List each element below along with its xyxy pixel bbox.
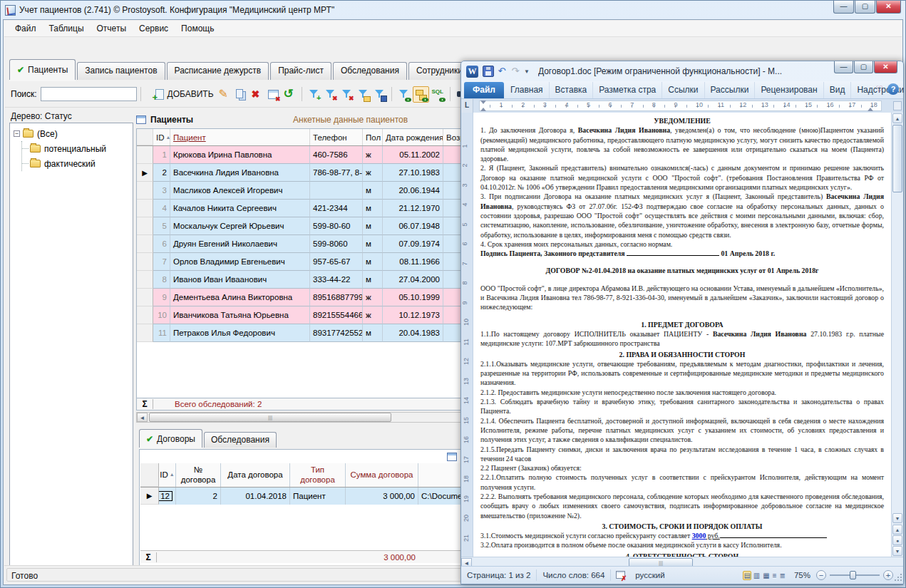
subtab-1[interactable]: Обследования — [204, 432, 277, 448]
contracts-column-header-1[interactable]: № договора — [176, 463, 221, 487]
scroll-left-icon[interactable]: ◄ — [137, 413, 148, 422]
filter-view-icon[interactable] — [396, 87, 411, 102]
row-selector[interactable] — [137, 217, 153, 235]
delete-row-icon[interactable] — [266, 87, 281, 102]
previous-page-icon[interactable]: ▲ — [892, 525, 902, 535]
ribbon-tab-3[interactable]: Разметка стра — [593, 82, 662, 98]
next-page-icon[interactable]: ▼ — [892, 546, 902, 556]
row-selector[interactable] — [137, 271, 153, 289]
vertical-scrollbar[interactable]: ▲ ▼ ▲ ● ▼ — [891, 113, 903, 557]
tab-1[interactable]: Запись пациентов — [77, 62, 165, 80]
first-line-indent-marker[interactable] — [480, 100, 486, 104]
quick-access-dropdown-icon[interactable]: ▼ — [524, 68, 530, 75]
filter-save-icon[interactable] — [372, 87, 387, 102]
tab-3[interactable]: Прайс-лист — [270, 62, 331, 80]
resize-grip[interactable] — [893, 574, 902, 582]
ribbon-tab-7[interactable]: Вид — [824, 82, 852, 98]
scroll-thumb[interactable] — [892, 125, 902, 192]
column-header-4[interactable]: Дата рождения — [383, 129, 443, 145]
copy-icon[interactable] — [233, 87, 248, 102]
outline-view-icon[interactable]: ≡ — [772, 571, 778, 580]
contracts-column-header-2[interactable]: Дата договора — [221, 463, 290, 487]
tree-expander-icon[interactable]: − — [14, 130, 20, 137]
tab-0[interactable]: ✔Пациенты — [9, 59, 76, 80]
scroll-up-icon[interactable]: ▲ — [892, 113, 902, 123]
filter-clear-icon[interactable] — [323, 87, 338, 102]
select-browse-object-icon[interactable]: ● — [892, 535, 902, 545]
delete-icon[interactable] — [249, 87, 264, 102]
ruler-toggle-button[interactable] — [893, 101, 902, 110]
web-layout-icon[interactable]: ▦ — [762, 571, 770, 580]
row-selector[interactable] — [137, 306, 153, 324]
sql-view-icon[interactable] — [431, 87, 446, 102]
row-selector[interactable]: ▶ — [137, 164, 153, 182]
filter-folder-icon[interactable] — [356, 87, 371, 102]
tab-4[interactable]: Обследования — [333, 62, 407, 80]
zoom-level[interactable]: 75% — [794, 571, 810, 579]
filter-add-icon[interactable] — [307, 87, 321, 102]
heart-icon[interactable]: ♡ — [875, 84, 883, 94]
maximize-button[interactable]: ▢ — [854, 61, 873, 73]
minimize-button[interactable]: — — [834, 61, 853, 73]
add-button[interactable]: ДОБАВИТЬ — [151, 87, 215, 102]
subtab-0[interactable]: ✔Договоры — [139, 429, 202, 448]
ribbon-tab-1[interactable]: Главная — [505, 82, 550, 98]
row-selector[interactable] — [137, 182, 153, 200]
save-icon[interactable] — [483, 66, 494, 77]
menu-item-1[interactable]: Таблицы — [43, 21, 91, 36]
language-indicator[interactable]: русский — [629, 571, 670, 579]
row-selector[interactable] — [137, 146, 153, 164]
menu-item-0[interactable]: Файл — [9, 21, 43, 36]
zoom-out-icon[interactable]: − — [816, 570, 826, 580]
ribbon-tab-5[interactable]: Рассылки — [705, 82, 756, 98]
page-indicator[interactable]: Страница: 1 из 2 — [461, 571, 536, 579]
column-header-1[interactable]: Пациент — [170, 129, 310, 145]
filter-clear-all-icon[interactable] — [339, 87, 354, 102]
ribbon-tab-0[interactable]: Файл — [464, 82, 504, 98]
ribbon-tab-4[interactable]: Ссылки — [662, 82, 704, 98]
row-selector[interactable] — [137, 253, 153, 271]
zoom-in-icon[interactable]: + — [883, 570, 893, 580]
tree-item-actual[interactable]: фактический — [22, 156, 131, 171]
refresh-icon[interactable] — [282, 87, 297, 102]
row-selector[interactable] — [137, 200, 153, 217]
menu-item-2[interactable]: Отчеты — [91, 21, 133, 36]
ribbon-tab-6[interactable]: Рецензирован — [755, 82, 823, 98]
help-icon[interactable]: ? — [887, 83, 899, 95]
menu-item-3[interactable]: Сервис — [133, 21, 175, 36]
tab-stop-selector[interactable]: L — [461, 99, 473, 113]
print-layout-icon[interactable]: ▤ — [743, 571, 751, 580]
zoom-slider-thumb[interactable] — [850, 571, 856, 579]
tree-item-potential[interactable]: потенциальный — [22, 141, 131, 156]
contracts-column-header-3[interactable]: Тип договора — [290, 463, 346, 487]
reading-view-icon[interactable]: ▥ — [753, 571, 761, 580]
contracts-column-header-4[interactable]: Сумма договора — [346, 463, 418, 487]
spellcheck-icon[interactable] — [615, 570, 625, 580]
hanging-indent-marker[interactable] — [480, 108, 486, 111]
contracts-column-header-0[interactable]: ID▲ — [159, 463, 176, 487]
column-header-2[interactable]: Телефон — [310, 129, 363, 145]
zoom-slider[interactable] — [830, 574, 880, 576]
tab-2[interactable]: Расписание дежурств — [167, 62, 269, 80]
undo-icon[interactable]: ↶ — [496, 66, 508, 77]
word-count[interactable]: Число слов: 664 — [537, 571, 610, 579]
tree-item-all[interactable]: − (Все) — [11, 126, 131, 141]
table-icon[interactable] — [447, 453, 457, 461]
document-page[interactable]: УВЕДОМЛЕНИЕ1. До заключения Договора я, … — [473, 113, 891, 557]
column-header-3[interactable]: Пол — [363, 129, 383, 145]
close-button[interactable]: ✕ — [874, 61, 897, 73]
edit-icon[interactable] — [217, 87, 232, 102]
minimize-button[interactable]: — — [833, 1, 854, 14]
search-input[interactable] — [41, 87, 137, 101]
row-selector[interactable] — [137, 235, 153, 253]
row-selector[interactable] — [137, 324, 153, 342]
row-selector[interactable] — [137, 289, 153, 306]
redo-icon[interactable]: ↷ — [510, 66, 521, 77]
maximize-button[interactable]: ▢ — [855, 1, 875, 14]
tree-view-icon[interactable] — [413, 86, 429, 103]
menu-item-4[interactable]: Помощь — [175, 21, 220, 36]
scroll-down-icon[interactable]: ▼ — [892, 513, 902, 523]
scroll-thumb[interactable] — [149, 413, 391, 422]
close-button[interactable]: ✕ — [876, 1, 901, 14]
column-header-0[interactable]: ID▲ — [153, 129, 170, 145]
